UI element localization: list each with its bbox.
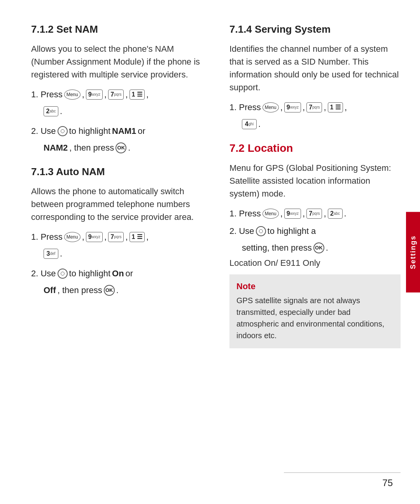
step2-prefix: 2. Use — [31, 125, 56, 137]
key-1: 1 ☰ — [130, 90, 145, 100]
content-area: 7.1.2 Set NAM Allows you to select the p… — [0, 0, 420, 504]
key-7pqrs-713: 7pqrs — [108, 232, 124, 242]
section-72-step2-cont: setting, then press OK . — [229, 241, 401, 254]
nav-icon-712 — [58, 126, 68, 136]
section-712-step2-cont: NAM2 , then press OK . — [31, 141, 202, 154]
divider-line — [284, 472, 401, 473]
sidebar-tab: Settings — [406, 212, 420, 292]
key-9wxyz: 9wxyz — [86, 90, 103, 100]
location-options: Location On/ E911 Only — [229, 258, 401, 268]
sidebar-label: Settings — [409, 235, 417, 269]
key-9wxyz-72: 9wxyz — [284, 209, 301, 219]
step1-prefix: 1. Press — [31, 88, 63, 101]
note-text: GPS satellite signals are not always tra… — [236, 295, 394, 341]
section-714-body: Identifies the channel number of a syste… — [229, 42, 401, 94]
right-column: 7.1.4 Serving System Identifies the chan… — [226, 23, 401, 481]
section-713-step2: 2. Use to highlight On or — [31, 267, 202, 280]
section-72-title: 7.2 Location — [229, 142, 401, 155]
section-712-step1: 1. Press Menu , 9wxyz , 7pqrs , 1 ☰ , — [31, 88, 202, 101]
step1-prefix-72: 1. Press — [229, 207, 261, 220]
section-712-title: 7.1.2 Set NAM — [31, 23, 202, 35]
key-4ghi: 4ghi — [242, 119, 257, 129]
key-1-714: 1 ☰ — [328, 102, 343, 112]
ok-icon-72: OK — [313, 242, 324, 253]
section-72-body: Menu for GPS (Global Positioning System:… — [229, 162, 401, 200]
section-712: 7.1.2 Set NAM Allows you to select the p… — [31, 23, 202, 154]
key-3def: 3def — [44, 249, 58, 259]
section-713-title: 7.1.3 Auto NAM — [31, 166, 202, 178]
section-713-body: Allows the phone to automatically switch… — [31, 185, 202, 223]
section-713: 7.1.3 Auto NAM Allows the phone to autom… — [31, 166, 202, 297]
section-72: 7.2 Location Menu for GPS (Global Positi… — [229, 142, 401, 348]
section-713-step2-cont: Off , then press OK . — [31, 284, 202, 297]
key-menu-714: Menu — [262, 102, 279, 112]
section-712-step2: 2. Use to highlight NAM1 or — [31, 125, 202, 137]
section-713-step1: 1. Press Menu , 9wxyz , 7pqrs , 1 ☰ , — [31, 230, 202, 243]
key-9wxyz-713: 9wxyz — [86, 232, 103, 242]
key-2abc-72: 2abc — [328, 209, 343, 219]
key-9wxyz-714: 9wxyz — [284, 102, 301, 112]
nav-icon-713 — [58, 269, 68, 279]
step1-prefix-714: 1. Press — [229, 101, 261, 114]
page-container: 7.1.2 Set NAM Allows you to select the p… — [0, 0, 420, 504]
nam1-text: NAM1 — [112, 125, 136, 137]
key-menu-72: Menu — [262, 209, 279, 219]
key-7pqrs-72: 7pqrs — [306, 209, 322, 219]
section-714: 7.1.4 Serving System Identifies the chan… — [229, 23, 401, 130]
section-712-step1-cont: 2abc . — [31, 105, 202, 118]
section-72-step1: 1. Press Menu , 9wxyz , 7pqrs , 2abc . — [229, 207, 401, 220]
section-714-title: 7.1.4 Serving System — [229, 23, 401, 35]
section-714-step1-cont: 4ghi . — [229, 118, 401, 130]
ok-icon-713: OK — [104, 285, 115, 296]
key-7pqrs: 7pqrs — [108, 90, 124, 100]
off-text: Off — [44, 284, 56, 297]
page-number: 75 — [382, 478, 393, 488]
nav-icon-72 — [256, 226, 266, 236]
note-title: Note — [236, 281, 394, 292]
key-7pqrs-714: 7pqrs — [306, 102, 322, 112]
key-menu-713: Menu — [64, 232, 80, 242]
section-72-step2: 2. Use to highlight a — [229, 225, 401, 237]
key-1-713: 1 ☰ — [130, 232, 145, 242]
key-menu: Menu — [64, 90, 80, 100]
section-714-step1: 1. Press Menu , 9wxyz , 7pqrs , 1 ☰ , — [229, 101, 401, 114]
ok-icon-712: OK — [116, 142, 126, 153]
note-box: Note GPS satellite signals are not alway… — [229, 274, 401, 348]
section-713-step1-cont: 3def . — [31, 247, 202, 260]
on-text: On — [112, 267, 124, 280]
key-2abc: 2abc — [44, 106, 58, 116]
nam2-text: NAM2 — [44, 141, 68, 154]
section-712-body: Allows you to select the phone's NAM (Nu… — [31, 42, 202, 81]
step1-prefix-713: 1. Press — [31, 230, 63, 243]
left-column: 7.1.2 Set NAM Allows you to select the p… — [31, 23, 210, 481]
